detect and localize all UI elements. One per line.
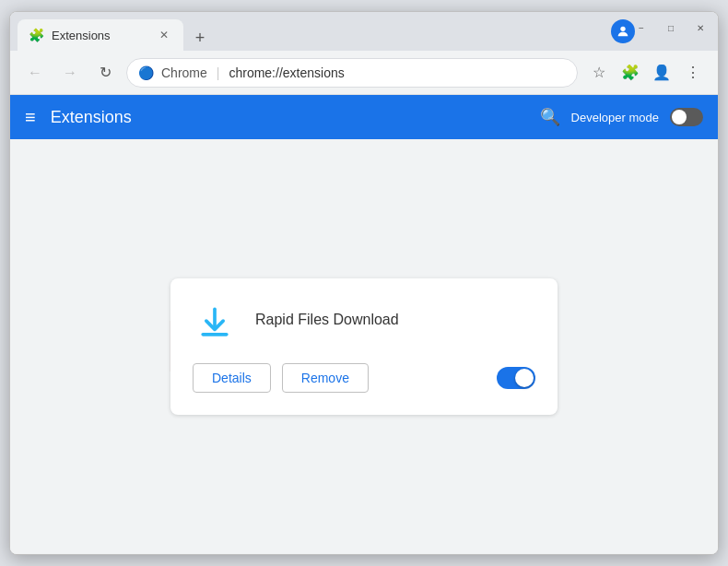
remove-button[interactable]: Remove xyxy=(282,363,369,393)
developer-mode-label: Developer mode xyxy=(571,111,659,124)
main-content: RISK.COM Rapid Files Download Details Re… xyxy=(10,139,718,554)
chrome-label: Chrome xyxy=(161,65,207,80)
toolbar-right: ☆ 🧩 👤 ⋮ xyxy=(585,59,707,87)
address-url: chrome://extensions xyxy=(229,65,344,80)
details-button[interactable]: Details xyxy=(193,363,271,393)
browser-window: 🧩 Extensions ✕ + − □ ✕ ← → ↻ 🔵 Chrome | … xyxy=(9,11,719,555)
extension-name: Rapid Files Download xyxy=(255,301,399,328)
bookmark-button[interactable]: ☆ xyxy=(585,59,613,87)
extension-toggle-knob xyxy=(515,369,534,387)
extension-card-footer: Details Remove xyxy=(193,363,535,393)
reload-button[interactable]: ↻ xyxy=(91,59,119,87)
svg-point-0 xyxy=(620,27,625,31)
menu-button[interactable]: ⋮ xyxy=(679,59,707,87)
security-icon: 🔵 xyxy=(138,65,154,80)
new-tab-button[interactable]: + xyxy=(187,25,213,51)
address-separator: | xyxy=(217,65,220,80)
address-bar[interactable]: 🔵 Chrome | chrome://extensions xyxy=(126,58,578,88)
developer-mode-toggle[interactable] xyxy=(670,108,703,126)
hamburger-menu-icon[interactable]: ≡ xyxy=(25,107,36,128)
tab-close-button[interactable]: ✕ xyxy=(156,27,172,43)
profile-button[interactable]: 👤 xyxy=(648,59,675,87)
extensions-header: ≡ Extensions 🔍 Developer mode xyxy=(10,95,718,139)
tab-title: Extensions xyxy=(52,29,148,42)
toolbar: ← → ↻ 🔵 Chrome | chrome://extensions ☆ 🧩… xyxy=(10,51,718,95)
active-tab[interactable]: 🧩 Extensions ✕ xyxy=(18,19,183,51)
tab-strip: 🧩 Extensions ✕ + xyxy=(18,12,710,51)
header-right-controls: 🔍 Developer mode xyxy=(540,107,703,127)
extension-toggle[interactable] xyxy=(497,367,535,389)
close-button[interactable]: ✕ xyxy=(694,21,707,34)
profile-icon[interactable] xyxy=(611,19,635,43)
extension-card: Rapid Files Download Details Remove xyxy=(170,278,558,415)
extensions-page-title: Extensions xyxy=(51,108,525,127)
window-controls: − □ ✕ xyxy=(635,21,707,34)
maximize-button[interactable]: □ xyxy=(664,21,677,34)
minimize-button[interactable]: − xyxy=(635,21,648,34)
extension-icon xyxy=(193,301,237,345)
title-bar: 🧩 Extensions ✕ + − □ ✕ xyxy=(10,12,718,51)
extension-card-header: Rapid Files Download xyxy=(193,301,535,345)
extensions-button[interactable]: 🧩 xyxy=(616,59,644,87)
forward-button[interactable]: → xyxy=(56,59,84,87)
search-icon[interactable]: 🔍 xyxy=(540,107,560,127)
back-button[interactable]: ← xyxy=(21,59,49,87)
tab-favicon-icon: 🧩 xyxy=(29,28,44,42)
toggle-knob xyxy=(672,110,687,124)
